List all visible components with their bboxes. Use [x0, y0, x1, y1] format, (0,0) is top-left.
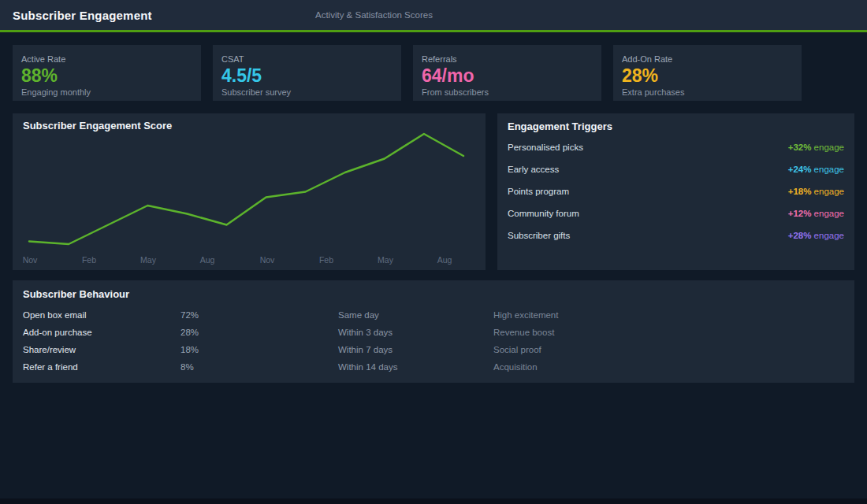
x-axis-tick-label: Feb: [82, 255, 96, 265]
behaviour-rate: 28%: [180, 328, 338, 337]
trigger-suffix: engage: [811, 187, 844, 196]
behaviour-rate: 18%: [180, 345, 338, 354]
kpi-label: Active Rate: [21, 54, 192, 64]
dashboard: Subscriber Engagement Activity & Satisfa…: [0, 0, 867, 498]
engagement-score-chart-panel: Subscriber Engagement Score NovFebMayAug…: [13, 113, 486, 270]
trigger-row: Points program +18% engage: [508, 180, 844, 202]
kpi-card-addon-rate: Add-On Rate 28% Extra purchases: [613, 45, 802, 101]
behaviour-timing: Within 7 days: [338, 345, 493, 354]
behaviour-action: Add-on purchase: [23, 328, 180, 337]
trigger-row: Subscriber gifts +28% engage: [508, 224, 844, 246]
engagement-line-chart: [13, 113, 486, 270]
trigger-suffix: engage: [811, 143, 844, 152]
kpi-row: Active Rate 88% Engaging monthly CSAT 4.…: [13, 45, 854, 101]
table-row: Add-on purchase 28% Within 3 days Revenu…: [23, 324, 844, 341]
page-subtitle: Activity & Satisfaction Scores: [315, 10, 433, 20]
behaviour-impact: High excitement: [493, 310, 844, 320]
behaviour-timing: Within 14 days: [338, 362, 493, 372]
kpi-card-referrals: Referrals 64/mo From subscribers: [413, 45, 601, 101]
table-row: Open box email 72% Same day High excitem…: [23, 306, 844, 324]
score-line-series: [29, 134, 463, 244]
kpi-label: CSAT: [221, 54, 393, 64]
kpi-sublabel: Engaging monthly: [21, 87, 192, 97]
trigger-value: +18% engage: [788, 187, 844, 196]
header-bar: Subscriber Engagement Activity & Satisfa…: [0, 0, 867, 32]
behaviour-title: Subscriber Behaviour: [23, 288, 844, 300]
kpi-value: 28%: [622, 66, 793, 86]
trigger-row: Early access +24% engage: [508, 158, 844, 180]
content-area: Active Rate 88% Engaging monthly CSAT 4.…: [0, 32, 867, 395]
trigger-label: Personalised picks: [508, 143, 583, 152]
trigger-pct: +24%: [788, 165, 812, 174]
kpi-card-active-rate: Active Rate 88% Engaging monthly: [13, 45, 201, 101]
trigger-row: Personalised picks +32% engage: [508, 136, 844, 158]
behaviour-impact: Social proof: [493, 345, 844, 354]
x-axis-tick-label: May: [140, 255, 156, 265]
kpi-label: Referrals: [422, 54, 593, 64]
behaviour-rate: 72%: [180, 310, 338, 320]
kpi-sublabel: From subscribers: [422, 87, 593, 97]
x-axis-tick-label: Aug: [200, 255, 215, 265]
trigger-suffix: engage: [811, 209, 844, 218]
behaviour-impact: Acquisition: [493, 362, 844, 372]
behaviour-rate: 8%: [180, 362, 338, 372]
trigger-value: +28% engage: [788, 231, 844, 240]
trigger-pct: +12%: [788, 209, 812, 218]
table-row: Share/review 18% Within 7 days Social pr…: [23, 341, 844, 358]
engagement-triggers-panel: Engagement Triggers Personalised picks +…: [497, 113, 854, 270]
trigger-label: Community forum: [508, 209, 579, 218]
subscriber-behaviour-panel: Subscriber Behaviour Open box email 72% …: [13, 280, 854, 383]
trigger-suffix: engage: [811, 231, 844, 240]
kpi-card-csat: CSAT 4.5/5 Subscriber survey: [213, 45, 401, 101]
trigger-value: +12% engage: [788, 209, 844, 218]
kpi-value: 4.5/5: [221, 66, 393, 86]
trigger-pct: +32%: [788, 143, 812, 152]
x-axis-tick-label: Nov: [23, 255, 38, 265]
middle-row: Subscriber Engagement Score NovFebMayAug…: [13, 113, 854, 270]
x-axis-tick-label: Nov: [260, 255, 275, 265]
kpi-label: Add-On Rate: [622, 54, 793, 64]
trigger-pct: +28%: [788, 231, 812, 240]
x-axis-tick-label: May: [378, 255, 393, 265]
behaviour-action: Refer a friend: [23, 362, 180, 372]
x-axis-tick-label: Aug: [437, 255, 452, 265]
trigger-suffix: engage: [811, 165, 844, 174]
kpi-value: 64/mo: [422, 66, 593, 86]
trigger-pct: +18%: [788, 187, 812, 196]
triggers-title: Engagement Triggers: [508, 120, 844, 132]
trigger-row: Community forum +12% engage: [508, 202, 844, 224]
behaviour-action: Open box email: [23, 310, 180, 320]
trigger-value: +32% engage: [788, 143, 844, 152]
page-title: Subscriber Engagement: [13, 9, 152, 22]
kpi-value: 88%: [21, 66, 192, 86]
behaviour-table: Open box email 72% Same day High excitem…: [23, 306, 844, 376]
trigger-label: Early access: [508, 165, 559, 174]
behaviour-impact: Revenue boost: [493, 328, 844, 337]
table-row: Refer a friend 8% Within 14 days Acquisi…: [23, 358, 844, 376]
trigger-value: +24% engage: [788, 165, 844, 174]
triggers-list: Personalised picks +32% engage Early acc…: [508, 136, 844, 246]
behaviour-timing: Same day: [338, 310, 493, 320]
behaviour-action: Share/review: [23, 345, 180, 354]
trigger-label: Subscriber gifts: [508, 231, 570, 240]
chart-title: Subscriber Engagement Score: [23, 120, 172, 132]
behaviour-timing: Within 3 days: [338, 328, 493, 337]
kpi-sublabel: Extra purchases: [622, 87, 793, 97]
trigger-label: Points program: [508, 187, 569, 196]
kpi-sublabel: Subscriber survey: [221, 87, 393, 97]
x-axis-tick-label: Feb: [319, 255, 333, 265]
